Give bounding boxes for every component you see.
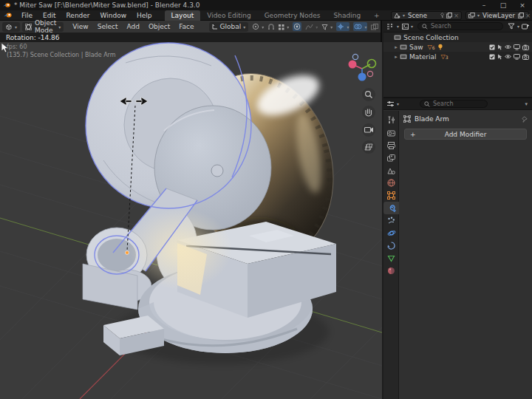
maximize-button[interactable]: □ xyxy=(494,0,513,10)
editor-type-button[interactable]: ▾ xyxy=(2,22,20,32)
perspective-toggle-icon[interactable] xyxy=(362,140,375,154)
snap-magnet-icon[interactable] xyxy=(267,24,274,30)
menu-window[interactable]: Window xyxy=(95,10,132,21)
3d-viewport: ▾ Object Mode ▾ View Select Add Object F… xyxy=(0,21,382,399)
outliner-row-scene-collection[interactable]: Scene Collection xyxy=(383,33,532,42)
workspace-tab-add[interactable]: + xyxy=(367,10,386,21)
collection-label: Saw xyxy=(409,44,423,51)
mode-label: Object Mode xyxy=(35,19,56,34)
disable-renders-camera-icon[interactable] xyxy=(522,44,529,50)
pin-icon[interactable] xyxy=(440,13,445,18)
blender-logo-icon xyxy=(3,2,10,8)
exclude-checkbox-icon[interactable] xyxy=(489,44,495,50)
disable-viewports-icon[interactable] xyxy=(514,44,520,50)
title-bar: * Miter Saw [F:\Blender\Miter Saw.blend]… xyxy=(0,0,532,10)
proportional-editing-icon[interactable] xyxy=(293,22,301,31)
view-layer-icon xyxy=(468,13,475,18)
workspace-tab-video-editing[interactable]: Video Editing xyxy=(200,10,257,21)
object-type-visibility-icon[interactable]: ▾ xyxy=(321,24,332,30)
gizmo-neg-z-axis[interactable] xyxy=(352,54,358,59)
expand-arrow-icon[interactable]: ▸ xyxy=(392,44,400,50)
properties-tab-scene[interactable] xyxy=(383,164,399,177)
collection-label: Scene Collection xyxy=(403,34,459,41)
properties-tab-constraints[interactable] xyxy=(383,239,399,252)
viewport-menu-add[interactable]: Add xyxy=(122,23,143,30)
navigation-gizmo[interactable] xyxy=(349,54,376,81)
properties-tab-modifiers[interactable] xyxy=(383,202,399,214)
zoom-tool-icon[interactable] xyxy=(362,88,375,101)
workspace-tab-shading[interactable]: Shading xyxy=(327,10,368,21)
camera-view-icon[interactable] xyxy=(362,123,375,137)
menu-help[interactable]: Help xyxy=(132,10,157,21)
mode-dropdown[interactable]: Object Mode ▾ xyxy=(22,22,64,32)
menu-render[interactable]: Render xyxy=(61,10,95,21)
selectable-icon[interactable] xyxy=(497,44,502,50)
properties-tab-data[interactable] xyxy=(383,252,399,265)
operator-status-bar: Rotation: -14.86 xyxy=(0,33,381,42)
viewport-menu-object[interactable]: Object xyxy=(144,23,174,30)
falloff-curve-icon[interactable]: ▾ xyxy=(305,24,318,30)
toggle-xray-icon[interactable] xyxy=(371,24,378,30)
outliner-search-input[interactable]: Search xyxy=(417,22,503,30)
minimize-button[interactable]: – xyxy=(474,0,494,10)
view-layer-selector[interactable]: ▾ ViewLayer × xyxy=(466,11,529,20)
properties-tab-object[interactable] xyxy=(383,189,399,202)
viewport-menu-face[interactable]: Face xyxy=(174,23,198,30)
outliner-row-material[interactable]: ▸ Material ▽3 xyxy=(383,52,532,61)
outliner-editor-icon[interactable] xyxy=(386,23,395,30)
properties-header: ▾ Search ▾ xyxy=(383,98,532,110)
properties-tab-tool[interactable] xyxy=(383,114,399,126)
copy-icon[interactable] xyxy=(518,13,524,18)
gizmo-y-axis[interactable] xyxy=(368,60,376,68)
properties-tab-render[interactable] xyxy=(383,126,399,139)
viewport-editor-icon xyxy=(5,24,13,30)
breadcrumb-object-name[interactable]: Blade Arm xyxy=(415,115,449,123)
disable-renders-camera-icon[interactable] xyxy=(522,54,529,60)
gizmo-z-axis[interactable] xyxy=(358,73,366,81)
scene-selector[interactable]: ▾ Scene × xyxy=(391,11,462,20)
properties-tab-material[interactable] xyxy=(383,265,399,277)
display-mode-icon[interactable] xyxy=(402,24,409,30)
add-modifier-button[interactable]: + Add Modifier xyxy=(404,129,527,140)
pin-icon[interactable] xyxy=(521,116,528,123)
close-button[interactable]: × xyxy=(513,0,532,10)
viewport-menu-select[interactable]: Select xyxy=(93,23,123,30)
show-overlays-icon[interactable]: ▾ xyxy=(353,22,367,31)
workspace-tab-geometry-nodes[interactable]: Geometry Nodes xyxy=(258,10,327,21)
properties-tab-view-layer[interactable] xyxy=(383,151,399,164)
pivot-point-icon[interactable]: ▾ xyxy=(252,23,264,30)
snap-settings-icon[interactable]: ▾ xyxy=(278,24,289,30)
expand-arrow-icon[interactable]: ▸ xyxy=(392,54,400,60)
copy-icon[interactable] xyxy=(446,13,452,18)
workspace-tab-layout[interactable]: Layout xyxy=(165,10,201,21)
filter-icon[interactable] xyxy=(508,23,515,30)
hide-viewport-eye-icon[interactable] xyxy=(505,54,511,59)
gizmo-x-axis[interactable] xyxy=(349,61,357,69)
mesh-data-icon: ▽3 xyxy=(441,53,449,60)
remove-icon[interactable]: × xyxy=(525,12,531,19)
outliner-header: ▾ ▾ Search ▾ xyxy=(383,21,532,33)
orientation-dropdown[interactable]: Global ▾ xyxy=(209,22,249,32)
outliner-row-saw[interactable]: ▸ Saw ▽6 xyxy=(383,42,532,52)
properties-editor-icon[interactable] xyxy=(386,100,395,107)
disable-viewports-icon[interactable] xyxy=(514,54,520,60)
properties-tab-output[interactable] xyxy=(383,139,399,151)
properties-tab-particles[interactable] xyxy=(383,214,399,227)
new-collection-icon[interactable] xyxy=(522,23,529,30)
viewport-canvas[interactable]: fps: 60 (135.7) Scene Collection | Blade… xyxy=(0,42,382,399)
properties-tab-physics[interactable] xyxy=(383,227,399,239)
light-icon xyxy=(437,44,443,50)
gizmo-neg-x-axis[interactable] xyxy=(367,71,372,76)
selectable-icon[interactable] xyxy=(497,54,502,60)
blender-menu-logo-icon[interactable] xyxy=(4,12,12,18)
show-gizmo-icon[interactable]: ▾ xyxy=(336,22,349,31)
exclude-checkbox-icon[interactable] xyxy=(489,54,495,60)
collection-icon xyxy=(400,53,407,60)
properties-search-input[interactable]: Search xyxy=(420,100,488,108)
unlink-icon[interactable]: × xyxy=(454,12,459,19)
hide-viewport-eye-icon[interactable] xyxy=(505,44,511,50)
properties-options-icon[interactable]: ▾ xyxy=(525,101,528,107)
pan-tool-icon[interactable] xyxy=(362,106,375,119)
viewport-menu-view[interactable]: View xyxy=(68,23,92,30)
properties-tab-world[interactable] xyxy=(383,177,399,189)
